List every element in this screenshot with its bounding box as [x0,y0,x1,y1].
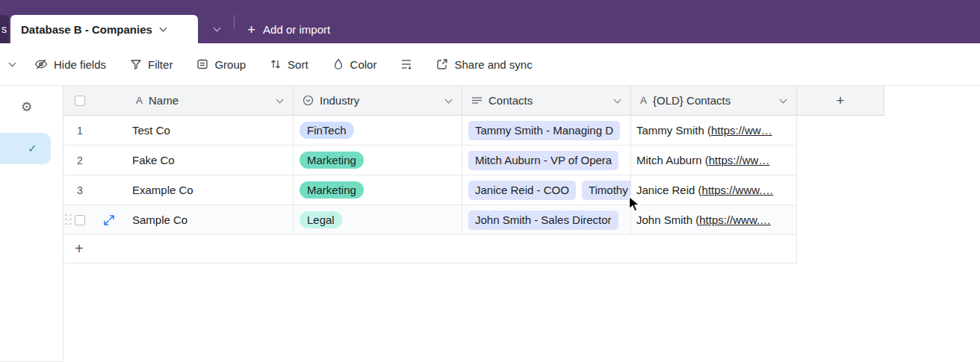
cell-contacts[interactable]: Janice Reid - COO Timothy [462,175,631,205]
table-tab-label: Database B - Companies [21,23,152,36]
add-column-button[interactable]: + [797,86,884,115]
share-and-sync-label: Share and sync [454,58,532,71]
linked-records-field-icon [471,95,483,106]
sort-button[interactable]: Sort [270,58,308,71]
topbar: s Database B - Companies + Add or import [0,0,980,43]
select-pill: FinTech [300,122,354,139]
color-label: Color [350,58,377,71]
old-contacts-value: John Smith (https://www.… [636,213,771,226]
group-label: Group [214,58,246,71]
single-select-field-icon [303,95,314,106]
url-text: https://ww… [711,124,772,137]
drag-handle-icon[interactable] [65,214,72,226]
name-value: Test Co [132,124,170,137]
cell-industry[interactable]: Marketing [294,175,462,205]
view-bar-chevron-button[interactable] [10,63,15,66]
row-height-button[interactable] [400,58,412,70]
row-number-zone: 3 [63,175,132,205]
cell-contacts[interactable]: Mitch Auburn - VP of Opera [462,146,631,175]
chevron-down-icon[interactable] [780,96,787,103]
cell-industry[interactable]: FinTech [294,116,462,145]
views-sidebar: ⚙ ✓ [0,86,63,362]
table-row: 2 Fake Co Marketing Mitch Auburn - VP of… [63,146,797,175]
chevron-down-icon [213,25,220,32]
add-row-button[interactable]: + [63,235,797,263]
column-header-name[interactable]: A Name [63,86,294,115]
eye-slash-icon [34,58,48,70]
group-button[interactable]: Group [196,58,246,71]
hide-fields-label: Hide fields [54,58,106,71]
table-list-dropdown-button[interactable] [206,19,227,39]
paint-drop-icon [332,58,344,70]
name-value: Sample Co [132,213,187,226]
row-number: 1 [75,125,85,137]
grid-header-row: A Name Industry Contacts A {OLD} [63,86,884,116]
url-text: https://ww… [709,154,770,166]
cell-industry[interactable]: Legal [294,205,462,234]
chevron-down-icon [9,60,16,67]
divider [234,15,235,29]
row-checkbox[interactable] [75,215,85,225]
plus-icon: + [75,240,84,258]
column-header-industry[interactable]: Industry [294,86,462,115]
name-value: Example Co [132,184,193,196]
plus-icon: + [247,22,255,37]
linked-record-pill[interactable]: Janice Reid - COO [468,181,576,200]
funnel-icon [130,58,142,70]
old-contacts-value: Janice Reid (https://www.… [636,184,773,196]
cell-old-contacts[interactable]: Tammy Smith (https://ww… [631,116,797,145]
column-header-label: Contacts [489,94,533,107]
column-header-label: {OLD} Contacts [653,94,731,107]
table-row: 3 Example Co Marketing Janice Reid - COO… [63,175,797,205]
cell-name[interactable]: 2 Fake Co [63,146,294,175]
cell-contacts[interactable]: John Smith - Sales Director [462,205,631,234]
cell-old-contacts[interactable]: Janice Reid (https://www.… [631,175,797,205]
row-number-zone: 1 [63,116,132,145]
row-number-zone [63,205,132,234]
plus-icon: + [836,93,844,109]
url-text: https://www.… [702,184,774,196]
hide-fields-button[interactable]: Hide fields [34,58,106,71]
gear-icon[interactable]: ⚙ [21,101,32,113]
url-text: https://www.… [699,213,771,226]
chevron-down-icon[interactable] [276,96,284,103]
old-contacts-value: Mitch Auburn (https://ww… [636,154,769,166]
view-toolbar: Hide fields Filter Group Sort Color Shar… [0,43,980,86]
filter-label: Filter [148,58,173,71]
cell-industry[interactable]: Marketing [294,146,462,175]
select-all-checkbox[interactable] [75,96,85,106]
table-tab-database-b-companies[interactable]: Database B - Companies [10,15,198,43]
table-row: 1 Test Co FinTech Tammy Smith - Managing… [63,116,797,146]
linked-record-pill[interactable]: Mitch Auburn - VP of Opera [468,151,618,170]
add-or-import-button[interactable]: + Add or import [247,22,330,37]
expand-record-button[interactable] [103,214,115,226]
sort-label: Sort [288,58,308,71]
filter-button[interactable]: Filter [130,58,173,71]
text-field-icon: A [136,95,143,106]
row-number: 2 [75,155,85,166]
cell-name[interactable]: Sample Co [63,205,294,234]
color-button[interactable]: Color [332,58,377,71]
row-number: 3 [75,184,85,196]
linked-record-pill[interactable]: Tammy Smith - Managing D [468,121,620,140]
active-view-item[interactable]: ✓ [0,133,51,164]
data-grid: A Name Industry Contacts A {OLD} [63,86,884,362]
cell-old-contacts[interactable]: Mitch Auburn (https://ww… [631,146,797,175]
cell-contacts[interactable]: Tammy Smith - Managing D [462,116,631,145]
select-pill: Marketing [300,181,364,199]
share-and-sync-button[interactable]: Share and sync [436,58,532,71]
cell-old-contacts[interactable]: John Smith (https://www.… [631,205,797,234]
chevron-down-icon[interactable] [614,96,621,103]
column-header-contacts[interactable]: Contacts [462,86,631,115]
chevron-down-icon[interactable] [445,96,453,103]
column-header-label: Name [149,94,179,107]
column-header-old-contacts[interactable]: A {OLD} Contacts [631,86,797,115]
cell-name[interactable]: 1 Test Co [63,116,294,145]
linked-record-pill[interactable]: Timothy [582,181,631,200]
partial-table-tab[interactable]: s [0,15,9,43]
old-contacts-value: Tammy Smith (https://ww… [636,124,772,137]
add-or-import-label: Add or import [263,23,330,36]
cell-name[interactable]: 3 Example Co [63,175,294,205]
column-header-label: Industry [320,94,359,107]
linked-record-pill[interactable]: John Smith - Sales Director [468,210,618,230]
